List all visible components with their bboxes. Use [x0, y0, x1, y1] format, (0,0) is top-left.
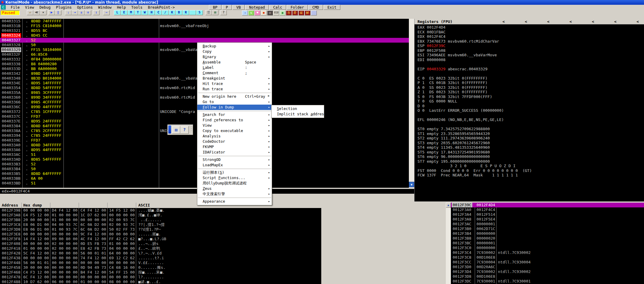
context-menu-item-appearance[interactable]: Appearance▸	[197, 199, 272, 204]
red-ball-icon[interactable]: ●	[261, 10, 267, 15]
menubar-item-options[interactable]: Options	[75, 5, 96, 10]
pane-button-e[interactable]: E	[121, 10, 128, 15]
animate-into-icon[interactable]: ⇊	[78, 10, 85, 15]
context-menu-item-follow-in-dump[interactable]: Follow in Dump▸	[197, 105, 272, 110]
pane-button-s[interactable]: S	[196, 10, 203, 15]
green-window-icon[interactable]: ▣	[280, 10, 285, 15]
context-menu-item-go-to[interactable]: Go to▸	[197, 99, 272, 105]
context-menu-item-loadmapex[interactable]: LoadMapEx▸	[197, 162, 272, 168]
dump-row-0012F458[interactable]: 0012F45830 00 00 0000 00 00 000D 94 49 7…	[0, 265, 321, 270]
context-menu-item-binary[interactable]: Binary▸	[197, 54, 272, 60]
launch-button-vb[interactable]: VB	[232, 5, 245, 10]
disasm-row-00403321[interactable]: 00403321.8D55 BClea edx,dword ptr ss:[eb…	[0, 28, 409, 33]
pane-button-c[interactable]: C	[155, 10, 162, 15]
dump-row-0012F3E8[interactable]: 0012F3E800 00 00 0000 00 00 009C F4 12 0…	[0, 232, 321, 237]
context-menu-item-fkvmp[interactable]: FKVMP▸	[197, 144, 272, 150]
mini-help-button[interactable]: ?	[180, 126, 189, 134]
stack-row-0012F3D4[interactable]: 0012F3D47C930002ntdll.7C930002	[451, 269, 644, 274]
pane-button-blank[interactable]	[189, 10, 196, 15]
context-menu-item-view[interactable]: View▸	[197, 123, 272, 128]
context-menu-item-script-functions[interactable]: Script Functions...▸	[197, 175, 272, 181]
animate-over-icon[interactable]: ⇉	[85, 10, 91, 15]
stack-row-0012F3D0[interactable]: 0012F3D000D20A6C	[451, 265, 644, 269]
pane-button-r[interactable]: R	[182, 10, 189, 15]
blue-arrow-icon[interactable]: →	[242, 10, 248, 15]
run-icon[interactable]: ▶	[48, 10, 55, 15]
stack-row-0012F3D8[interactable]: 0012F3D800D106E8	[451, 274, 644, 279]
pause-icon[interactable]: ‖	[55, 10, 61, 15]
green-updown-icon[interactable]: ⇅	[248, 10, 254, 15]
mini-toolbar-grip[interactable]	[168, 125, 171, 134]
stack-row-0012F3B4[interactable]: 0012F3B400000000	[451, 231, 644, 236]
close-icon[interactable]: ×	[40, 10, 46, 15]
dump-row-0012F418[interactable]: 0012F41801 00 00 0002 00 00 00E8 42 FB 7…	[0, 246, 321, 251]
menubar-item-plugins[interactable]: Plugins	[53, 5, 75, 10]
title-bar[interactable]: ✱ KernelMode - abexcrackme2.exe - [*G.P.…	[0, 0, 644, 5]
disasm-row-00403315[interactable]: 00403315.8D8D 74FFFFFFlea ecx,dword ptr …	[0, 19, 409, 24]
step-into-icon[interactable]: ⇣	[65, 10, 72, 15]
floating-mini-toolbar[interactable]: ▤? ⁚⁚	[167, 125, 193, 135]
wu-tile-icon[interactable]: 吾	[286, 10, 292, 15]
cpu-child-icon[interactable]: C	[1, 5, 6, 10]
dump-row-0012F408[interactable]: 0012F40800 00 00 0002 00 00 000D E5 FB 7…	[0, 241, 321, 246]
disasm-row-0040331B[interactable]: 0040331B.FF15 C8104000call dword ptr ds:…	[0, 24, 409, 28]
pane-button-l[interactable]: L	[114, 10, 121, 15]
context-menu-item-ollydump[interactable]: 用OllyDump脱壳调试进程	[197, 181, 272, 186]
menubar-item-window[interactable]: Window	[95, 5, 114, 10]
context-menu-item-analysis[interactable]: Analysis▸	[197, 134, 272, 139]
pink-icon[interactable]: ♥	[255, 10, 260, 15]
scroll-up-arrow-icon[interactable]: ▲	[446, 203, 451, 208]
dump-row-0012F428[interactable]: 0012F4285C F4 12 0002 00 00 0056 00 01 0…	[0, 251, 321, 256]
context-menu-item-backup[interactable]: Backup▸	[197, 44, 272, 49]
launch-button-folder[interactable]: Folder	[287, 5, 308, 10]
launch-button-p[interactable]: P	[222, 5, 232, 10]
stack-row-0012F3BC[interactable]: 0012F3BC00000001	[451, 241, 644, 246]
go-to-icon[interactable]: ⇒	[103, 10, 110, 15]
pane-button-b[interactable]: B	[176, 10, 182, 15]
target-icon[interactable]: ◎	[267, 10, 273, 15]
context-menu-item-zeus[interactable]: Zeus▸	[197, 186, 272, 191]
binary-010-icon[interactable]: 010	[273, 10, 279, 15]
dump-header[interactable]: Address Hex dump ASCII	[0, 203, 321, 208]
registers-history-chevron-icon[interactable]: <	[569, 19, 572, 24]
registers-history-chevron-icon[interactable]: <	[525, 19, 527, 24]
dump-row-0012F3F8[interactable]: 0012F3F814 F4 12 0009 00 80 004C F4 12 0…	[0, 237, 321, 241]
stack-row-0012F3A4[interactable]: 0012F3A40012F514	[451, 212, 644, 217]
pane-button-item[interactable]: /	[162, 10, 169, 15]
stack-row-0012F3DC[interactable]: 0012F3DC7C930001ntdll.7C930001	[451, 279, 644, 284]
dump-row-0012F3B8[interactable]: 0012F3B820 00 00 0001 00 00 0000 00 00 0…	[0, 218, 321, 222]
context-menu-item-hit-trace[interactable]: Hit trace▸	[197, 81, 272, 86]
po-tile-icon[interactable]: 破	[298, 10, 304, 15]
context-menu-item-assemble[interactable]: AssembleSpace	[197, 60, 272, 65]
pane-button-w[interactable]: W	[141, 10, 148, 15]
menubar-item-tools[interactable]: Tools	[129, 5, 145, 10]
menubar-item-debug[interactable]: Debug	[37, 5, 53, 10]
dump-row-0012F3C8[interactable]: 0012F3C8E8 06 D1 0004 00 93 7C6C 0A D2 0…	[0, 222, 321, 227]
stack-row-0012F3C0[interactable]: 0012F3C000000000	[451, 246, 644, 250]
plain-tile-icon[interactable]	[311, 10, 317, 15]
dump-row-0012F398[interactable]: 0012F39800 00 00 00D4 F4 12 00C4 F4 12 0…	[0, 208, 321, 213]
jie-tile-icon[interactable]: 解	[305, 10, 311, 15]
mini-pane-button[interactable]: ▤	[172, 126, 180, 134]
dump-row-0012F478[interactable]: 0012F4786C F4 12 0000 00 00 0000 00 00 0…	[0, 275, 321, 280]
context-menu-item-idaficator[interactable]: IDAFicator▸	[197, 150, 272, 155]
stack-row-0012F39C[interactable]: 0012F39C0012F4D4	[451, 203, 644, 207]
registers-header[interactable]: Registers (FPU) <<<<<<<	[415, 19, 644, 24]
context-menu-item-find-references-to[interactable]: Find references to▸	[197, 117, 272, 123]
menubar-item-help[interactable]: Help	[114, 5, 128, 10]
context-menu-item-codedoctor[interactable]: CodeDoctor▸	[197, 139, 272, 144]
launch-button-exit[interactable]: Exit	[324, 5, 340, 10]
launch-button-calc[interactable]: Calc	[269, 5, 286, 10]
registers-history-chevron-icon[interactable]: <	[592, 19, 594, 24]
patches-icon[interactable]: ▤	[212, 10, 218, 15]
context-menu-item-run-trace[interactable]: Run trace▸	[197, 86, 272, 92]
disasm-scrollbar[interactable]: ▼	[409, 19, 414, 188]
help-icon[interactable]: ?	[220, 10, 227, 15]
context-menu-item-new-origin-here[interactable]: New origin hereCtrl+Gray *	[197, 94, 272, 99]
launch-button-bp[interactable]: BP	[209, 5, 221, 10]
dump-row-0012F438[interactable]: 0012F43800 00 00 0000 00 00 0074 F4 12 0…	[0, 256, 321, 260]
pane-button-t[interactable]: T	[134, 10, 141, 15]
stack-row-0012F3B0[interactable]: 0012F3B00062D71C	[451, 226, 644, 231]
dump-row-0012F488[interactable]: 0012F48810 D7 62 0006 00 00 0001 00 00 0…	[0, 280, 321, 284]
stack-row-0012F3A0[interactable]: 0012F3A00012F4C4	[451, 207, 644, 212]
